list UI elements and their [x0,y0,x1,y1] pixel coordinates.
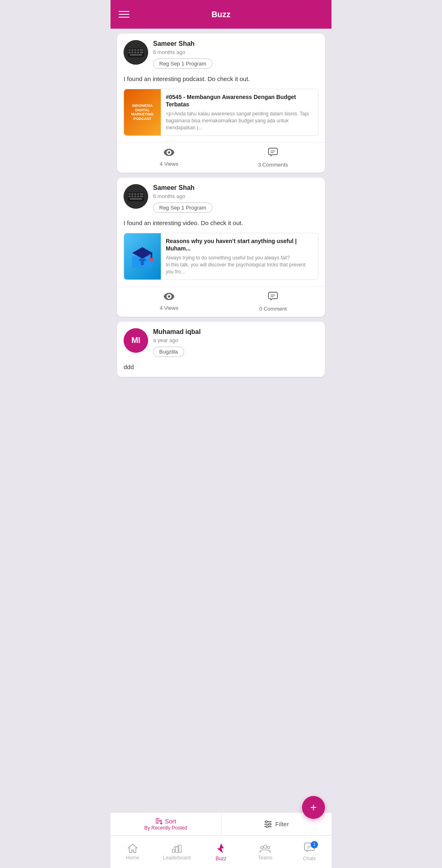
nav-label-leaderboard: Leaderboard [163,855,191,861]
svg-rect-6 [140,49,143,51]
post-tag[interactable]: Reg Sep 1 Program [153,203,212,213]
svg-rect-19 [134,193,136,195]
svg-rect-23 [131,196,133,197]
avatar [124,40,148,65]
svg-rect-14 [271,152,274,153]
svg-rect-18 [131,193,133,195]
link-desc: Always trying to do something useful but… [166,255,313,275]
nav-label-teams: Teams [258,855,272,861]
svg-rect-25 [137,196,139,197]
post-tag[interactable]: Bugzilla [153,347,184,357]
svg-rect-24 [134,196,136,197]
link-title: Reasons why you haven't start anything u… [166,237,313,252]
keyboard-avatar-svg-2 [124,184,148,209]
svg-rect-7 [129,52,131,53]
chat-badge-count: 1 [311,841,318,848]
comments-label: 0 Comment [259,306,286,312]
sort-button[interactable]: Sort By Recently Posted [110,814,221,834]
nav-item-buzz[interactable]: Buzz [199,836,243,868]
eye-icon [164,148,174,158]
post-username: Muhamad iqbal [153,328,318,336]
post-stats: 4 Views 3 Comments [117,143,325,173]
create-post-fab[interactable]: + [302,796,325,819]
post-card: MI Muhamad iqbal a year ago Bugzilla ddd [117,322,325,377]
svg-rect-11 [140,52,143,53]
post-header: Sameer Shah 6 months ago Reg Sep 1 Progr… [117,178,325,213]
svg-rect-46 [176,847,178,852]
post-time: a year ago [153,337,318,343]
nav-item-leaderboard[interactable]: Leaderboard [155,836,199,868]
post-username: Sameer Shah [153,40,318,47]
post-link-preview[interactable]: Reasons why you haven't start anything u… [124,233,318,280]
link-desc: <p>Anda tahu kalau awareness sangat pent… [166,110,313,131]
graduation-icon [130,244,155,268]
sort-icon [155,818,162,825]
svg-rect-52 [307,848,310,848]
link-thumbnail-video [124,233,161,280]
views-stat[interactable]: 4 Views [117,292,221,312]
nav-item-teams[interactable]: Teams [243,836,287,868]
views-stat[interactable]: 4 Views [117,148,221,168]
filter-label: Filter [275,821,289,827]
svg-rect-38 [156,823,159,823]
post-text: I found an interesting podcast. Do check… [117,69,325,89]
leaderboard-icon [171,843,182,853]
comments-stat[interactable]: 0 Comment [221,292,325,312]
svg-point-31 [150,258,153,261]
buzz-icon [216,843,226,854]
nav-label-home: Home [126,855,139,861]
svg-rect-13 [271,151,275,151]
grad-cap-container [127,237,158,276]
nav-item-chats[interactable]: 1 Chats [287,836,332,868]
svg-point-50 [267,846,270,849]
post-header: MI Muhamad iqbal a year ago Bugzilla [117,322,325,357]
chats-badge-container: 1 [304,843,315,854]
svg-rect-26 [140,196,143,197]
svg-rect-35 [271,296,274,297]
svg-rect-36 [156,818,160,819]
teams-icon [259,843,271,853]
post-text: ddd [117,357,325,377]
nav-label-buzz: Buzz [216,856,227,861]
svg-rect-3 [131,49,133,51]
svg-point-48 [264,845,267,848]
post-link-preview[interactable]: INDONESIADIGITALMARKETINGPODCAST #0545 -… [124,89,318,136]
post-tag[interactable]: Reg Sep 1 Program [153,59,212,69]
svg-rect-37 [156,821,161,821]
post-card: Sameer Shah 6 months ago Reg Sep 1 Progr… [117,178,325,317]
svg-rect-2 [129,49,131,51]
link-title: #0545 - Membangun Awareness Dengan Budge… [166,93,313,108]
avatar-initials-text: MI [131,336,140,345]
nav-item-home[interactable]: Home [110,836,155,868]
sort-label: Sort [165,818,176,825]
comment-icon [268,148,278,159]
svg-rect-22 [129,196,131,197]
link-info: Reasons why you haven't start anything u… [161,233,318,280]
svg-rect-34 [271,295,275,295]
post-username: Sameer Shah [153,184,318,192]
sort-bar: Sort By Recently Posted Filter [110,812,332,835]
views-label: 4 Views [160,161,178,167]
comments-label: 3 Comments [258,162,288,168]
post-text: I found an interesting video. Do check i… [117,213,325,233]
sort-sub-label: By Recently Posted [144,825,187,831]
post-time: 6 months ago [153,193,318,199]
svg-rect-33 [141,261,144,265]
menu-button[interactable] [119,11,129,18]
svg-rect-30 [151,253,152,259]
link-thumbnail: INDONESIADIGITALMARKETINGPODCAST [124,89,161,135]
svg-rect-27 [130,198,142,200]
comments-stat[interactable]: 3 Comments [221,148,325,168]
avatar [124,184,148,209]
views-label: 4 Views [160,305,178,311]
post-header: Sameer Shah 6 months ago Reg Sep 1 Progr… [117,34,325,69]
svg-rect-9 [134,52,136,53]
svg-rect-17 [129,193,131,195]
avatar-initials: MI [124,328,148,353]
svg-point-49 [261,846,263,849]
svg-point-42 [265,821,267,823]
filter-button[interactable]: Filter [221,821,332,828]
filter-icon [264,821,272,828]
svg-rect-21 [140,193,143,195]
thumb-text: INDONESIADIGITALMARKETINGPODCAST [131,104,154,121]
